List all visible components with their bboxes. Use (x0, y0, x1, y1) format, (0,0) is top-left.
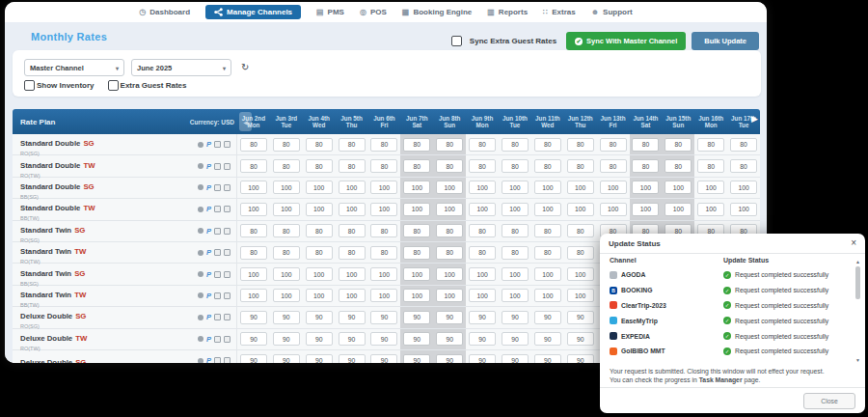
rate-input[interactable] (469, 138, 496, 152)
rate-input[interactable] (306, 354, 333, 363)
rate-input[interactable] (403, 267, 430, 281)
copy-icon[interactable] (224, 292, 231, 299)
rate-input[interactable] (306, 138, 333, 152)
status-dot-icon[interactable] (198, 271, 203, 277)
rate-input[interactable] (240, 332, 267, 346)
edit-grid-icon[interactable] (214, 357, 221, 363)
status-dot-icon[interactable] (198, 228, 203, 234)
rate-input[interactable] (469, 246, 496, 260)
rate-input[interactable] (403, 138, 430, 152)
rate-input[interactable] (436, 332, 463, 346)
parity-icon[interactable]: P (206, 314, 211, 320)
rate-input[interactable] (403, 332, 430, 346)
rate-input[interactable] (370, 289, 397, 302)
rate-input[interactable] (339, 354, 366, 363)
parity-icon[interactable]: P (206, 228, 211, 235)
rate-input[interactable] (469, 203, 496, 216)
rate-input[interactable] (240, 138, 267, 152)
rate-input[interactable] (273, 181, 300, 194)
tab-reports[interactable]: ▥Reports (487, 8, 528, 16)
rate-input[interactable] (240, 181, 267, 194)
rate-input[interactable] (339, 246, 366, 260)
rate-input[interactable] (469, 311, 496, 324)
rate-input[interactable] (370, 138, 397, 152)
rate-input[interactable] (436, 203, 463, 216)
rate-input[interactable] (600, 159, 627, 173)
sync-extra-guest-checkbox[interactable] (451, 36, 462, 46)
rate-input[interactable] (403, 224, 430, 237)
status-dot-icon[interactable] (198, 292, 203, 298)
scroll-up-icon[interactable]: ▲ (854, 259, 861, 264)
parity-icon[interactable]: P (206, 184, 211, 191)
rate-input[interactable] (273, 203, 300, 216)
rate-input[interactable] (567, 224, 594, 237)
rate-input[interactable] (502, 332, 529, 346)
tab-extras[interactable]: ∷Extras (543, 8, 576, 16)
rate-input[interactable] (339, 224, 366, 237)
rate-input[interactable] (370, 159, 397, 173)
rate-input[interactable] (534, 203, 561, 216)
edit-grid-icon[interactable] (214, 292, 221, 299)
rate-input[interactable] (273, 224, 300, 237)
rate-input[interactable] (436, 289, 463, 302)
parity-icon[interactable]: P (206, 206, 211, 212)
parity-icon[interactable]: P (206, 292, 211, 299)
rate-input[interactable] (403, 246, 430, 260)
rate-input[interactable] (632, 181, 659, 194)
copy-icon[interactable] (224, 163, 231, 170)
edit-grid-icon[interactable] (214, 314, 221, 320)
rate-input[interactable] (600, 181, 627, 194)
rate-input[interactable] (567, 354, 594, 363)
status-dot-icon[interactable] (198, 142, 203, 148)
channel-select[interactable]: Master Channel ▾ (24, 59, 124, 76)
rate-input[interactable] (370, 267, 397, 281)
rate-input[interactable] (436, 246, 463, 260)
rate-input[interactable] (240, 224, 267, 237)
rate-input[interactable] (502, 159, 529, 173)
rate-input[interactable] (665, 138, 692, 152)
rate-input[interactable] (730, 159, 757, 173)
rate-input[interactable] (240, 354, 267, 363)
status-dot-icon[interactable] (198, 358, 203, 363)
rate-input[interactable] (370, 181, 397, 194)
rate-input[interactable] (370, 203, 397, 216)
rate-input[interactable] (273, 267, 300, 281)
rate-input[interactable] (306, 289, 333, 302)
rate-input[interactable] (436, 224, 463, 237)
rate-input[interactable] (436, 159, 463, 173)
rate-input[interactable] (469, 181, 496, 194)
bulk-update-button[interactable]: Bulk Update (692, 32, 759, 50)
parity-icon[interactable]: P (206, 336, 211, 343)
rate-input[interactable] (306, 224, 333, 237)
scroll-right-button[interactable]: ▶ (751, 114, 758, 124)
edit-grid-icon[interactable] (214, 336, 221, 343)
rate-input[interactable] (502, 203, 529, 216)
rate-input[interactable] (567, 332, 594, 346)
rate-input[interactable] (240, 203, 267, 216)
rate-input[interactable] (273, 246, 300, 260)
rate-input[interactable] (306, 159, 333, 173)
month-select[interactable]: June 2025 ▾ (131, 59, 231, 76)
tab-manage-channels[interactable]: Manage Channels (205, 5, 301, 19)
edit-grid-icon[interactable] (214, 141, 221, 148)
rate-input[interactable] (403, 311, 430, 324)
rate-input[interactable] (370, 224, 397, 237)
rate-input[interactable] (469, 354, 496, 363)
rate-input[interactable] (730, 138, 757, 152)
rate-input[interactable] (306, 332, 333, 346)
edit-grid-icon[interactable] (214, 249, 221, 256)
rate-input[interactable] (240, 311, 267, 324)
rate-input[interactable] (730, 181, 757, 194)
rate-input[interactable] (306, 311, 333, 324)
rate-input[interactable] (665, 181, 692, 194)
rate-input[interactable] (403, 159, 430, 173)
status-dot-icon[interactable] (198, 250, 203, 256)
rate-input[interactable] (502, 224, 529, 237)
rate-input[interactable] (697, 203, 724, 216)
rate-input[interactable] (339, 181, 366, 194)
parity-icon[interactable]: P (206, 249, 211, 256)
rate-input[interactable] (469, 332, 496, 346)
rate-input[interactable] (632, 159, 659, 173)
rate-input[interactable] (534, 138, 561, 152)
rate-input[interactable] (502, 354, 529, 363)
